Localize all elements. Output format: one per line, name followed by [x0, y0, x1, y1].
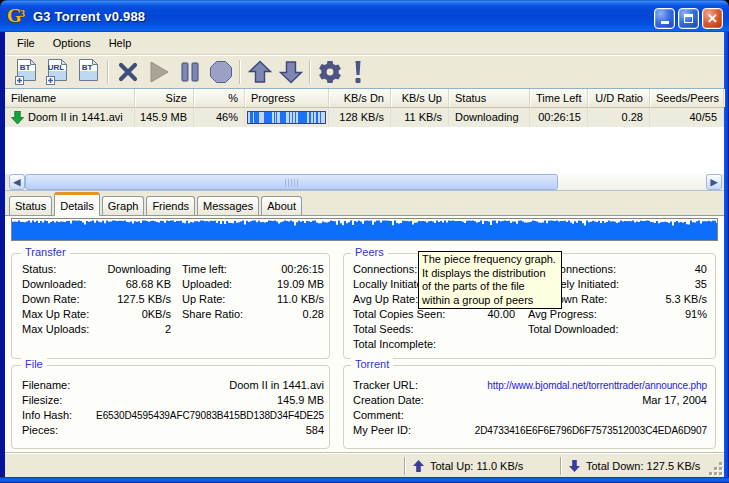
transfer-value: 127.5 KB/s [117, 292, 171, 307]
tab-strip: StatusDetailsGraphFriendsMessagesAbout [5, 191, 724, 215]
progress-piece [320, 112, 321, 123]
transfer-value2: 19.09 MB [277, 277, 324, 292]
file-row: Info Hash:E6530D4595439AFC79083B415BD138… [12, 408, 329, 423]
progress-piece [313, 112, 315, 123]
peers-value2: 91% [685, 307, 707, 322]
tab-friends[interactable]: Friends [146, 196, 195, 215]
transfer-value2: 00:26:15 [281, 262, 324, 277]
tab-details[interactable]: Details [54, 192, 100, 216]
progress-bar [247, 111, 326, 124]
scrollbar-thumb[interactable] [25, 174, 558, 190]
total-down-pane: Total Down: 127.5 KB/s [569, 454, 700, 478]
horizontal-scrollbar[interactable]: ◀ ▶ [9, 174, 722, 190]
close-icon: ✕ [707, 12, 718, 25]
transfer-caption: Transfer [21, 246, 70, 258]
close-button[interactable]: ✕ [702, 8, 723, 29]
torrent-row: Creation Date:Mar 17, 2004 [344, 393, 715, 408]
file-label: Pieces: [22, 423, 58, 438]
peers-caption: Peers [351, 246, 388, 258]
details-tab-page: Transfer Status:DownloadingTime left:00:… [5, 215, 724, 453]
move-up-button[interactable] [244, 58, 275, 86]
row-cell-ud_ratio: 0.28 [588, 108, 650, 127]
progress-piece [292, 112, 293, 123]
scrollbar-track[interactable] [558, 174, 706, 190]
file-label: Filename: [22, 378, 70, 393]
column-header-size[interactable]: Size [135, 89, 194, 107]
open-torrent-button[interactable]: BT [73, 58, 104, 86]
scroll-left-button[interactable]: ◀ [9, 174, 25, 190]
scroll-right-button[interactable]: ▶ [706, 174, 722, 190]
peers-label: Connections: [353, 262, 417, 277]
toolbar-separator [107, 60, 109, 84]
tooltip-line: It displays the distribution [422, 267, 558, 281]
desktop: { "window": { "title": "G3 Torrent v0.98… [0, 0, 729, 483]
transfer-label: Status: [22, 262, 56, 277]
torrent-label: My Peer ID: [353, 423, 411, 438]
column-header-kb-s-dn[interactable]: KB/s Dn [329, 89, 391, 107]
file-label: Info Hash: [22, 408, 72, 423]
alert-button[interactable] [345, 58, 371, 86]
transfer-row: Status:DownloadingTime left:00:26:15 [12, 262, 329, 277]
torrent-label: Creation Date: [353, 393, 424, 408]
torrent-group: Torrent Tracker URL:http://www.bjomdal.n… [343, 365, 716, 449]
column-header--[interactable]: % [194, 89, 245, 107]
down-arrow-icon [569, 460, 580, 472]
total-up-text: Total Up: 11.0 KB/s [430, 460, 523, 472]
delete-button[interactable] [112, 58, 143, 86]
minimize-button[interactable] [654, 8, 675, 29]
transfer-label: Down Rate: [22, 292, 79, 307]
move-down-button[interactable] [275, 58, 306, 86]
add-torrent-file-button[interactable]: BT [11, 58, 42, 86]
torrent-row[interactable]: Doom II in 1441.avi145.9 MB46%128 KB/s11… [5, 108, 724, 127]
peers-label: Avg Up Rate: [353, 292, 418, 307]
window-border-right [724, 32, 729, 477]
svg-text:BT: BT [19, 63, 30, 72]
row-cell-size: 145.9 MB [135, 108, 194, 127]
column-header-progress[interactable]: Progress [245, 89, 329, 107]
downloading-arrow-icon [11, 111, 24, 124]
transfer-label2: Time left: [182, 262, 227, 277]
tab-status[interactable]: Status [9, 196, 52, 215]
piece-frequency-graph[interactable] [11, 218, 718, 241]
tooltip-line: The piece frequency graph. [422, 253, 558, 267]
transfer-row: Max Up Rate:0KB/sShare Ratio:0.28 [12, 307, 329, 322]
transfer-value: 0KB/s [142, 307, 171, 322]
add-torrent-url-button[interactable]: URL [42, 58, 73, 86]
file-caption: File [21, 358, 47, 370]
tooltip: The piece frequency graph. It displays t… [418, 251, 562, 309]
row-cell-seeds_peers: 40/55 [650, 108, 724, 127]
column-header-seeds-peers[interactable]: Seeds/Peers [650, 89, 724, 107]
peers-value2: 35 [695, 277, 707, 292]
stop-button[interactable] [205, 58, 236, 86]
transfer-value2: 11.0 KB/s [277, 292, 324, 307]
menu-options[interactable]: Options [44, 34, 100, 52]
peers-label2: Avg Progress: [528, 307, 597, 322]
tab-about[interactable]: About [261, 196, 302, 215]
maximize-button[interactable] [678, 8, 699, 29]
resize-grip[interactable] [709, 462, 722, 475]
column-header-u-d-ratio[interactable]: U/D Ratio [588, 89, 650, 107]
transfer-row: Downloaded:68.68 KBUploaded:19.09 MB [12, 277, 329, 292]
document-bt-plus-icon: BT [14, 58, 40, 85]
menu-help[interactable]: Help [100, 34, 141, 52]
torrent-value-link[interactable]: http://www.bjomdal.net/torrenttrader/ann… [487, 378, 707, 393]
minimize-icon [661, 21, 669, 24]
column-header-status[interactable]: Status [449, 89, 530, 107]
toolbar-separator [239, 60, 241, 84]
tab-messages[interactable]: Messages [197, 196, 259, 215]
app-icon-sup: 3 [20, 4, 25, 24]
column-header-kb-s-up[interactable]: KB/s Up [391, 89, 449, 107]
column-header-filename[interactable]: Filename [5, 89, 135, 107]
app-icon: G3 [7, 6, 27, 26]
transfer-value: Downloading [107, 262, 171, 277]
pause-button[interactable] [174, 58, 205, 86]
menu-file[interactable]: File [8, 34, 44, 52]
preferences-button[interactable] [314, 58, 345, 86]
title-bar[interactable]: G3 G3 Torrent v0.988 ✕ [0, 0, 729, 32]
tab-graph[interactable]: Graph [102, 196, 145, 215]
start-button[interactable] [143, 58, 174, 86]
column-header-time-left[interactable]: Time Left [530, 89, 588, 107]
peers-row: Total Copies Seen:40.00Avg Progress:91% [344, 307, 715, 322]
transfer-group: Transfer Status:DownloadingTime left:00:… [11, 253, 330, 359]
stop-icon [209, 60, 233, 84]
